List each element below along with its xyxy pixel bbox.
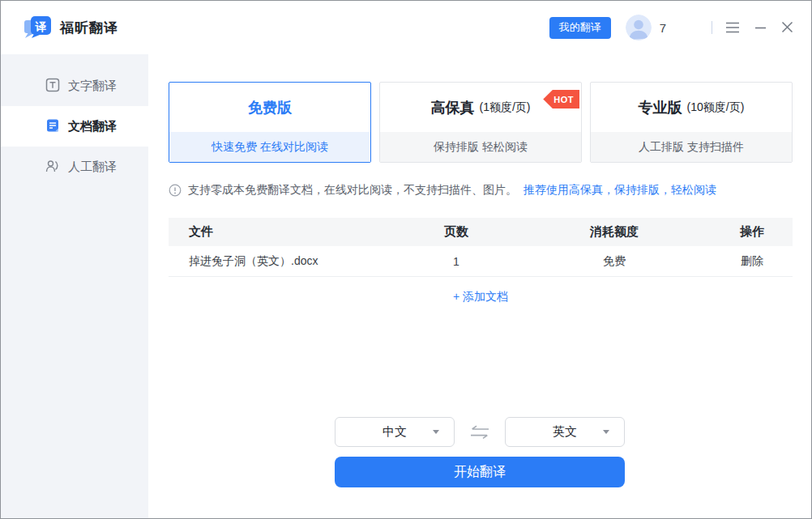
plan-footer: 人工排版 支持扫描件	[591, 132, 792, 162]
app-logo-icon: 译	[24, 15, 53, 40]
titlebar-actions: 我的翻译 7	[549, 1, 811, 54]
close-icon[interactable]	[780, 20, 795, 35]
plan-card-high-fidelity[interactable]: HOT 高保真 (1额度/页) 保持排版 轻松阅读	[379, 82, 582, 163]
menu-icon[interactable]	[724, 20, 741, 35]
plan-title: 高保真	[431, 98, 475, 117]
target-language-select[interactable]: 英文	[505, 417, 625, 447]
titlebar-divider	[712, 21, 712, 34]
target-language-value: 英文	[553, 424, 577, 440]
delete-button[interactable]: 删除	[712, 254, 793, 269]
plan-footer: 保持排版 轻松阅读	[380, 132, 581, 162]
plan-title: 专业版	[639, 98, 682, 117]
table-row: 掉进兔子洞（英文）.docx 1 免费 删除	[169, 246, 793, 277]
text-translate-icon	[45, 78, 60, 95]
document-translate-icon	[45, 118, 60, 135]
human-translate-icon	[45, 159, 60, 176]
credit-count: 7	[660, 21, 666, 35]
svg-text:译: 译	[35, 20, 47, 33]
column-header-cost: 消耗额度	[517, 224, 712, 240]
plan-card-free[interactable]: 免费版 快速免费 在线对比阅读	[169, 82, 371, 163]
sidebar-item-label: 人工翻译	[68, 160, 117, 175]
sidebar-item-text-translate[interactable]: 文字翻译	[1, 66, 148, 106]
info-icon	[169, 184, 182, 197]
sidebar-item-label: 文字翻译	[68, 79, 117, 94]
start-translate-button[interactable]: 开始翻译	[335, 457, 625, 487]
plan-cards: 免费版 快速免费 在线对比阅读 HOT 高保真 (1额度/页) 保持排版 轻松阅…	[169, 82, 793, 163]
chevron-down-icon	[433, 430, 439, 434]
avatar[interactable]	[626, 15, 652, 40]
table-header-row: 文件 页数 消耗额度 操作	[169, 218, 793, 246]
plan-price: (10额度/页)	[687, 100, 745, 115]
source-language-value: 中文	[382, 424, 407, 440]
sidebar-item-label: 文档翻译	[68, 119, 117, 134]
sidebar-item-human-translate[interactable]: 人工翻译	[1, 147, 148, 187]
document-table: 文件 页数 消耗额度 操作 掉进兔子洞（英文）.docx 1 免费 删除	[169, 218, 793, 277]
sidebar: 文字翻译 文档翻译 人工翻译	[1, 54, 148, 518]
minimize-icon[interactable]	[753, 20, 768, 35]
plan-header: 免费版	[169, 83, 370, 132]
app-title: 福昕翻译	[60, 19, 118, 37]
app-window: 译 福昕翻译 我的翻译 7	[0, 0, 812, 519]
plan-footer: 快速免费 在线对比阅读	[169, 132, 370, 162]
notice-bar: 支持零成本免费翻译文档，在线对比阅读，不支持扫描件、图片。 推荐使用高保真，保持…	[169, 183, 793, 198]
titlebar: 译 福昕翻译 我的翻译 7	[1, 1, 811, 54]
column-header-pages: 页数	[395, 224, 517, 240]
plan-header: 高保真 (1额度/页)	[380, 83, 581, 132]
notice-text: 支持零成本免费翻译文档，在线对比阅读，不支持扫描件、图片。	[188, 183, 517, 198]
cost-value: 免费	[517, 254, 712, 269]
column-header-action: 操作	[712, 224, 793, 240]
swap-languages-icon[interactable]	[468, 425, 491, 440]
chevron-down-icon	[603, 430, 609, 434]
plan-price: (1额度/页)	[480, 100, 531, 115]
plan-header: 专业版 (10额度/页)	[591, 83, 792, 132]
sidebar-item-document-translate[interactable]: 文档翻译	[1, 106, 148, 147]
my-translations-button[interactable]: 我的翻译	[549, 17, 611, 39]
recommend-link[interactable]: 推荐使用高保真，保持排版，轻松阅读	[524, 183, 716, 198]
plan-card-professional[interactable]: 专业版 (10额度/页) 人工排版 支持扫描件	[590, 82, 793, 163]
source-language-select[interactable]: 中文	[335, 417, 455, 447]
add-document-button[interactable]: + 添加文档	[169, 290, 793, 304]
page-count: 1	[395, 255, 517, 268]
plan-title: 免费版	[248, 98, 292, 117]
